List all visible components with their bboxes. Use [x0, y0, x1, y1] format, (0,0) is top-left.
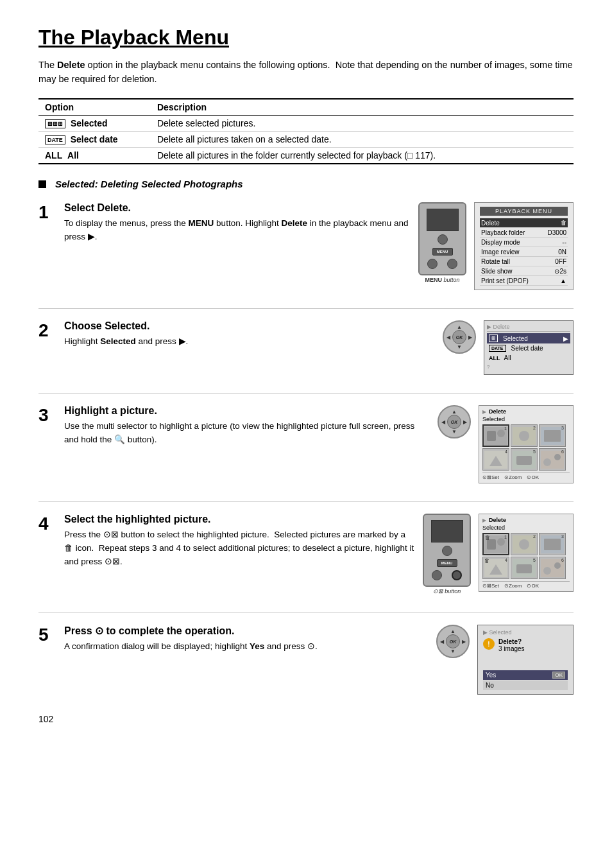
delete-btn-4[interactable]: [452, 570, 462, 580]
ok-center-3[interactable]: OK: [447, 415, 461, 429]
step-3-visuals: ▲ ▼ ◀ ▶ OK ▶ Delete Selected 1 2: [438, 405, 574, 483]
ok-button-3[interactable]: ▲ ▼ ◀ ▶ OK: [438, 405, 471, 438]
thumb-img-4-3: [541, 535, 564, 553]
option-selected-label: Selected: [71, 118, 108, 128]
camera-body-1: MENU: [418, 202, 466, 275]
camera-screen-4: [431, 520, 463, 542]
footer-zoom: ⊙Zoom: [504, 474, 522, 480]
thumb-5: 5: [511, 448, 538, 471]
menu-button-4[interactable]: MENU: [437, 559, 457, 567]
table-cell-desc: Delete selected pictures.: [151, 115, 574, 131]
menu-button[interactable]: MENU: [432, 248, 453, 256]
thumb-2: 2: [511, 424, 538, 447]
image-count: 3 images: [498, 645, 525, 652]
divider-1: [38, 308, 574, 309]
camera-btn-row: [422, 234, 463, 245]
step-2-content: Choose Selected. Highlight Selected and …: [64, 320, 435, 375]
thumb-1: 1: [482, 424, 509, 447]
step-4-title: Select the highlighted picture.: [64, 514, 415, 525]
section-heading-text: Selected: Deleting Selected Photographs: [55, 178, 243, 189]
thumb-img-4-6: [541, 559, 564, 577]
step-1-screen: PLAYBACK MENU Delete 🗑 Playback folder D…: [474, 202, 574, 290]
step-5-screen: ▶ Selected ! Delete? 3 images Yes OK No: [477, 625, 574, 695]
ok-button-5[interactable]: ▲ ▼ ◀ ▶ OK: [436, 625, 470, 658]
arrow-down-icon-3: ▼: [452, 429, 457, 435]
svg-rect-20: [544, 539, 561, 550]
screen-header-row-4: ▶ Delete: [482, 517, 570, 523]
row-label: Rotate tall: [481, 258, 510, 265]
thumb-num-2: 2: [533, 426, 536, 430]
confirm-yes-row[interactable]: Yes OK: [483, 670, 568, 680]
arrow-left-5: ◀: [440, 639, 444, 645]
menu-label-all: All: [504, 354, 511, 361]
step-2-visuals: ▲ ▼ ◀ ▶ OK ▶ Delete ⊞ Selected ▶ DATE Se…: [443, 320, 574, 375]
screen-row-display: Display mode --: [480, 238, 568, 247]
ok-button[interactable]: ▲ ▼ ◀ ▶ OK: [443, 320, 476, 354]
options-table: Option Description ⊞⊞⊞ Selected Delete s…: [38, 98, 574, 165]
ok-center-button[interactable]: OK: [452, 330, 466, 344]
camera-screen-small: [427, 209, 459, 231]
step-3-title: Highlight a picture.: [64, 405, 430, 417]
step-2-body: Highlight Selected and press ▶.: [64, 335, 435, 349]
selected-icon: ⊞⊞⊞: [45, 119, 65, 128]
step-3-number: 3: [38, 405, 56, 483]
thumb-4-4: 🗑 4: [482, 557, 509, 579]
screen-subtitle-4: Selected: [482, 525, 570, 531]
intro-paragraph: The Delete option in the playback menu c…: [38, 58, 574, 87]
step-5-body: A confirmation dialog will be displayed;…: [64, 640, 429, 654]
arrow-up-5: ▲: [450, 629, 455, 634]
section-icon: [38, 180, 46, 188]
row-label: Display mode: [481, 239, 520, 246]
thumb-num-6: 6: [561, 449, 564, 454]
screen-row-delete: Delete 🗑: [480, 218, 568, 228]
cam-btn-1: [438, 234, 448, 245]
step-1-title: Select Delete.: [64, 202, 411, 214]
svg-rect-25: [541, 559, 564, 577]
step-5-title: Press ⊙ to complete the operation.: [64, 625, 429, 637]
step-5-visuals: ▲ ▼ ◀ ▶ OK ▶ Selected ! Delete? 3 images…: [436, 625, 574, 695]
row-value: --: [562, 239, 566, 246]
thumb-num-4-3: 3: [561, 534, 564, 539]
thumb-num-4: 4: [505, 449, 507, 454]
footer-set: ⊙⊠Set: [482, 474, 499, 480]
svg-point-4: [519, 431, 529, 441]
svg-rect-10: [516, 456, 532, 465]
menu-label-selectdate: Select date: [511, 345, 543, 352]
section-heading: Selected: Deleting Selected Photographs: [38, 178, 574, 189]
footer-zoom-4: ⊙Zoom: [504, 583, 522, 589]
step-3-dpad: ▲ ▼ ◀ ▶ OK: [438, 405, 471, 438]
screen-title-4: Delete: [489, 517, 506, 523]
row-label: Image review: [481, 248, 519, 256]
step-1-body: To display the menus, press the MENU but…: [64, 217, 411, 244]
row-value: D3000: [548, 229, 566, 236]
thumb-6: 6: [539, 448, 566, 471]
thumb-num-4-6: 6: [561, 558, 564, 562]
row-label: Print set (DPOF): [481, 277, 529, 284]
ok-center-5[interactable]: OK: [446, 634, 460, 648]
step-3: 3 Highlight a picture. Use the multi sel…: [38, 405, 574, 483]
thumb-img-3: [541, 427, 564, 445]
svg-rect-11: [541, 451, 564, 469]
step-4-screen: ▶ Delete Selected 🗑 1 2 3: [479, 514, 574, 592]
table-row: ALL All Delete all pictures in the folde…: [38, 148, 574, 164]
option-all-label: All: [67, 150, 79, 161]
camera-ok-row: [422, 259, 463, 269]
camera-ok-row-4: [427, 570, 467, 580]
menu-item-selected: ⊞ Selected ▶: [487, 333, 570, 343]
thumb-num-5: 5: [533, 449, 536, 454]
arrow-up-icon: ▲: [457, 324, 462, 330]
row-value: ⊙2s: [554, 268, 566, 275]
confirm-no-row[interactable]: No: [483, 681, 568, 690]
screen-row-slideshow: Slide show ⊙2s: [480, 266, 568, 276]
help-icon: ?: [487, 364, 489, 370]
menu-label-selected: Selected: [503, 335, 528, 342]
arrow-down-5: ▼: [450, 648, 455, 654]
thumb-img-4: [484, 451, 507, 469]
step-3-screen: ▶ Delete Selected 1 2 3 4: [479, 405, 574, 483]
step-2-screen: ▶ Delete ⊞ Selected ▶ DATE Select date A…: [484, 320, 574, 375]
step-2-number: 2: [38, 320, 56, 375]
delete-screen-title: ▶ Delete: [487, 324, 570, 332]
screen-arrow: ▶: [482, 409, 486, 415]
screen-header-row: ▶ Delete: [482, 408, 570, 415]
selected-icon-small: ⊞: [489, 334, 498, 342]
